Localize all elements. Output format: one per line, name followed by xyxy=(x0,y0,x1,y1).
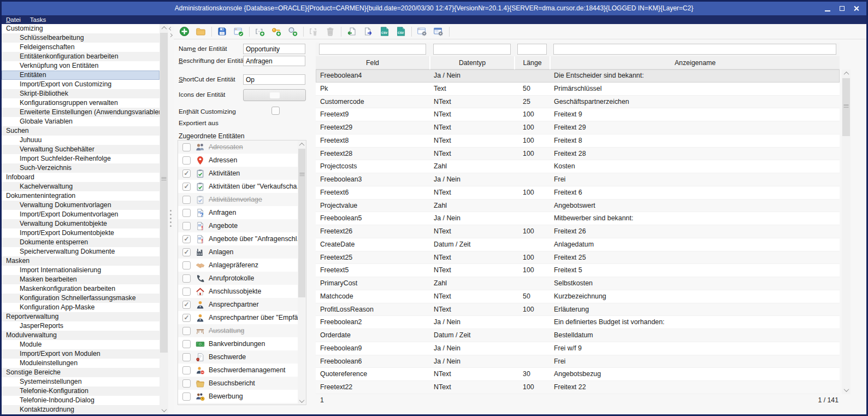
scroll-down-button[interactable] xyxy=(298,397,306,405)
sidebar-item[interactable]: Kontaktzuordnung xyxy=(2,405,160,414)
entity-checkbox[interactable] xyxy=(182,274,191,283)
entity-list-item[interactable]: Aktivitätenvorlage xyxy=(178,193,306,206)
sidebar-item[interactable]: Konfigurationsgruppen verwalten xyxy=(2,98,160,108)
minimize-button[interactable] xyxy=(820,2,835,15)
sidebar-item[interactable]: Erweiterte Einstellungen (Anwendungsvari… xyxy=(2,108,160,117)
sidebar-item[interactable]: Infoboard xyxy=(2,173,160,182)
entity-checkbox[interactable] xyxy=(182,379,191,388)
panel-splitter[interactable] xyxy=(168,24,174,414)
sidebar-item[interactable]: Masken bearbeiten xyxy=(2,275,160,284)
entity-list-item[interactable]: Adressen xyxy=(178,154,306,167)
save-button[interactable] xyxy=(216,26,228,38)
table-row[interactable]: Freeboolean4Ja / NeinDie Entscheider sin… xyxy=(316,69,840,83)
sidebar-item[interactable]: Verwaltung Dokumentvorlagen xyxy=(2,201,160,210)
entity-checkbox[interactable] xyxy=(182,301,191,309)
close-button[interactable] xyxy=(849,2,863,15)
table-row[interactable]: MatchcodeNText50Kurzbezeichnung xyxy=(316,290,840,303)
sidebar-item[interactable]: Import/Export von Modulen xyxy=(2,349,160,359)
table-row[interactable]: Freetext25NText100Freitext 25 xyxy=(316,251,840,265)
table-row[interactable]: Freetext9NText100Freitext 9 xyxy=(316,108,840,121)
sidebar-item[interactable]: Kachelverwaltung xyxy=(2,182,160,191)
table-row[interactable]: CustomercodeNText25Geschäftspartnerzeich… xyxy=(316,96,840,109)
scroll-thumb[interactable] xyxy=(842,78,850,136)
sidebar-item[interactable]: Import/Export Dokumentvorlagen xyxy=(2,210,160,219)
sidebar-scrollbar[interactable] xyxy=(160,24,168,414)
table-row[interactable]: Freetext28NText100Freitext 28 xyxy=(316,148,840,161)
table-row[interactable]: Freetext6NText100Freitext 6 xyxy=(316,186,840,200)
sidebar-item[interactable]: JasperReports xyxy=(2,321,160,331)
table-row[interactable]: ProjectcostsZahlKosten xyxy=(316,160,840,173)
collapse-right-button[interactable] xyxy=(169,33,173,37)
sidebar-item[interactable]: Dokumentenintegration xyxy=(2,191,160,201)
sidebar-item[interactable]: Reportverwaltung xyxy=(2,312,160,321)
entity-checkbox[interactable] xyxy=(182,340,191,348)
entity-checkbox[interactable] xyxy=(182,156,191,165)
collapse-left-button[interactable] xyxy=(169,27,173,31)
table-row[interactable]: ProfitLossReasonNText100Erläuterung xyxy=(316,303,840,317)
sidebar-item[interactable]: Speicherverwaltung Dokumente xyxy=(2,247,160,256)
entity-checkbox[interactable] xyxy=(182,288,191,296)
table-row[interactable]: Freetext29NText100Freitext 29 xyxy=(316,121,840,134)
window-config-button[interactable] xyxy=(416,26,428,38)
entity-checkbox[interactable] xyxy=(182,353,191,361)
sidebar-item[interactable]: Verwaltung Dokumentobjekte xyxy=(2,219,160,228)
entity-list-item[interactable]: Aktivitäten über "Verkaufscha... xyxy=(178,180,306,193)
apply-window-button[interactable] xyxy=(232,26,244,38)
add-search-field-button[interactable] xyxy=(286,26,298,38)
scroll-up-button[interactable] xyxy=(842,69,851,78)
table-row[interactable]: OrderdateDatum / ZeitBestelldatum xyxy=(316,329,840,342)
sidebar-item[interactable]: Customizing xyxy=(2,24,160,33)
table-row[interactable]: Freeboolean9Ja / NeinFrei w/f 9 xyxy=(316,342,840,355)
sidebar-item[interactable]: Skript-Bibliothek xyxy=(2,89,160,98)
sidebar-item[interactable]: Moduleinstellungen xyxy=(2,359,160,368)
scroll-down-button[interactable] xyxy=(842,386,851,394)
entity-checkbox[interactable] xyxy=(182,169,191,178)
table-scrollbar[interactable] xyxy=(842,69,851,394)
column-header-datentyp[interactable]: Datentyp xyxy=(430,56,514,69)
scroll-up-button[interactable] xyxy=(298,140,306,148)
entity-list-item[interactable]: Bewerbung xyxy=(178,390,306,403)
table-row[interactable]: Freetext22NText100Freitext 22 xyxy=(316,381,840,394)
table-row[interactable]: ProjectvalueZahlAngebotswert xyxy=(316,200,840,213)
entity-list-item[interactable]: Aktivitäten xyxy=(178,167,306,180)
table-row[interactable]: Freeboolean6Ja / NeinFrei xyxy=(316,355,840,368)
scroll-thumb[interactable] xyxy=(298,149,305,297)
sidebar-item[interactable]: Sonstige Bereiche xyxy=(2,368,160,377)
entity-list-item[interactable] xyxy=(178,403,306,405)
entity-icons-button[interactable] xyxy=(243,89,306,101)
sidebar-item[interactable]: Feldeigenschaften xyxy=(2,43,160,52)
entity-list-item[interactable]: Anschlussobjekte xyxy=(178,285,306,298)
entity-list-item[interactable]: !Angebote xyxy=(178,219,306,232)
entity-list-item[interactable]: ?Anfragen xyxy=(178,206,306,219)
sidebar-item[interactable]: Import/Export Dokumentobjekte xyxy=(2,228,160,238)
sidebar-item[interactable]: Konfiguration Schnellerfassungsmaske xyxy=(2,294,160,303)
remove-field-button[interactable] xyxy=(308,26,320,38)
entity-list-item[interactable]: Beschwerdemanagement xyxy=(178,364,306,377)
entity-list-item[interactable]: Adressaten xyxy=(178,140,306,154)
entity-checkbox[interactable] xyxy=(182,314,191,322)
entity-list-item[interactable]: Beschwerde xyxy=(178,350,306,364)
import-button[interactable] xyxy=(345,26,357,38)
table-row[interactable]: QuotereferenceNText30Angebotsbezug xyxy=(316,368,840,381)
entity-list-item[interactable]: Anlagepräferenz xyxy=(178,259,306,272)
table-row[interactable]: PkText50Primärschlüssel xyxy=(316,83,840,96)
csv-export-button[interactable]: CSV xyxy=(394,26,406,38)
add-button[interactable] xyxy=(178,26,190,38)
entity-list-item[interactable]: !Angebote über "Anfragenschl... xyxy=(178,232,306,245)
csv-import-button[interactable]: CSV xyxy=(378,26,390,38)
sidebar-item[interactable]: Globale Variablen xyxy=(2,117,160,126)
menu-tasks[interactable]: Tasks xyxy=(30,16,46,24)
sidebar-item[interactable]: Import Suchfelder-Reihenfolge xyxy=(2,154,160,163)
filter-anzeigename[interactable] xyxy=(553,44,836,55)
sidebar-item[interactable]: Juhuuu xyxy=(2,136,160,145)
sidebar-item[interactable]: Verknüpfung von Entitäten xyxy=(2,61,160,71)
sidebar-item[interactable]: Entitäten xyxy=(2,71,160,80)
entity-list-item[interactable]: Bankverbindungen xyxy=(178,337,306,350)
contains-customizing-checkbox[interactable] xyxy=(271,107,280,115)
entity-checkbox[interactable] xyxy=(182,196,191,204)
menu-datei[interactable]: Datei xyxy=(6,16,21,24)
sidebar-item[interactable]: Verwaltung Suchbehälter xyxy=(2,145,160,154)
entity-checkbox[interactable] xyxy=(182,366,191,374)
entity-checkbox[interactable] xyxy=(182,327,191,335)
entity-list-scrollbar[interactable] xyxy=(298,140,306,405)
